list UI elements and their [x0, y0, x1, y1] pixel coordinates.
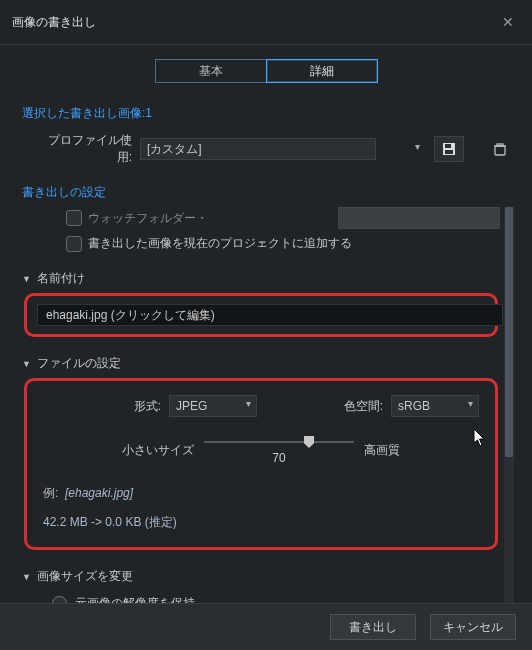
highlight-naming: ehagaki.jpg (クリックして編集): [24, 293, 498, 337]
quality-slider[interactable]: [204, 435, 354, 449]
svg-rect-1: [445, 144, 451, 148]
naming-section-header[interactable]: ▼ 名前付け: [22, 270, 500, 287]
export-settings-header[interactable]: 書き出しの設定: [22, 184, 514, 201]
size-estimate: 42.2 MB -> 0.0 KB (推定): [43, 514, 479, 531]
delete-icon[interactable]: [486, 137, 514, 161]
name-edit-field[interactable]: ehagaki.jpg (クリックして編集): [37, 304, 503, 326]
quality-value: 70: [204, 451, 354, 465]
profile-label: プロファイル使用:: [40, 132, 132, 166]
example-label: 例:: [43, 486, 58, 500]
checkbox-truncated[interactable]: [66, 210, 82, 226]
chevron-down-icon: ▼: [22, 274, 31, 284]
profile-select[interactable]: [カスタム]: [140, 138, 376, 160]
svg-rect-2: [445, 150, 453, 154]
tab-advanced[interactable]: 詳細: [266, 59, 378, 83]
format-select[interactable]: JPEG: [169, 395, 257, 417]
colorspace-select[interactable]: sRGB: [391, 395, 479, 417]
scrollbar-thumb[interactable]: [505, 207, 513, 457]
slider-right-label: 高画質: [364, 442, 400, 459]
close-icon[interactable]: ✕: [496, 10, 520, 34]
dialog-title: 画像の書き出し: [12, 14, 96, 31]
resize-section-header[interactable]: ▼ 画像サイズを変更: [22, 568, 500, 585]
footer: 書き出し キャンセル: [0, 603, 532, 650]
tab-bar: 基本 詳細: [0, 59, 532, 83]
scrollbar[interactable]: [504, 207, 514, 607]
checkbox-add-to-project[interactable]: [66, 236, 82, 252]
settings-scroll: ウォッチフォルダー・・・・・・ 書き出した画像を現在のプロジェクトに追加する ▼…: [22, 207, 514, 607]
add-to-project-label: 書き出した画像を現在のプロジェクトに追加する: [88, 235, 352, 252]
export-button[interactable]: 書き出し: [330, 614, 416, 640]
format-label: 形式:: [43, 398, 161, 415]
truncated-label: ウォッチフォルダー・・・・・・: [88, 210, 208, 227]
cancel-button[interactable]: キャンセル: [430, 614, 516, 640]
example-filename: [ehagaki.jpg]: [65, 486, 133, 500]
colorspace-label: 色空間:: [265, 398, 383, 415]
titlebar: 画像の書き出し ✕: [0, 0, 532, 45]
selected-images-header: 選択した書き出し画像:1: [22, 105, 514, 122]
file-settings-section-header[interactable]: ▼ ファイルの設定: [22, 355, 500, 372]
tab-basic[interactable]: 基本: [155, 59, 266, 83]
chevron-down-icon: ▼: [22, 359, 31, 369]
svg-rect-3: [495, 146, 505, 155]
save-icon[interactable]: [434, 136, 464, 162]
slider-left-label: 小さいサイズ: [122, 442, 194, 459]
chevron-down-icon: ▼: [22, 572, 31, 582]
disabled-field: [338, 207, 500, 229]
highlight-file-settings: 形式: JPEG 色空間: sRGB 小さいサイズ: [24, 378, 498, 550]
